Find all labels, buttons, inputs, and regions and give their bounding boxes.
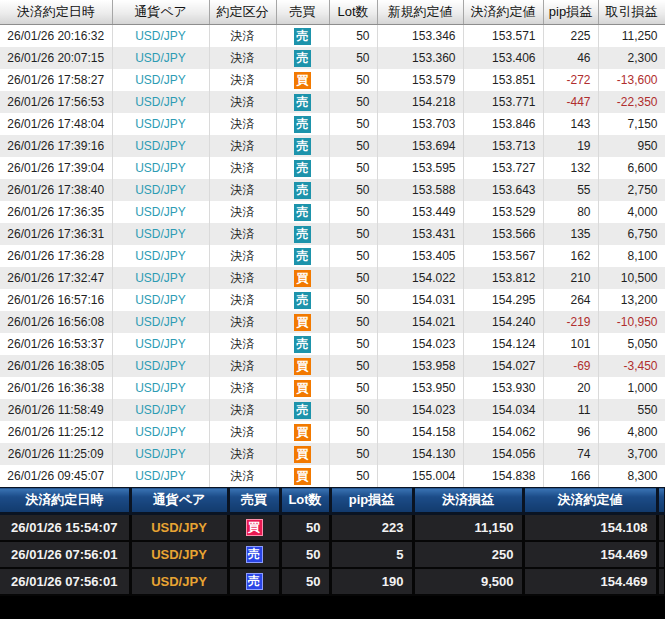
trade-history-row[interactable]: 26/01/26 17:48:04USD/JPY決済売50153.703153.… xyxy=(0,113,665,135)
column-header-close_rate[interactable]: 決済約定値 xyxy=(463,0,543,25)
cell-datetime: 26/01/26 11:25:12 xyxy=(0,421,112,443)
cell-datetime: 26/01/26 11:58:49 xyxy=(0,399,112,421)
cell-type: 決済 xyxy=(209,311,276,333)
cell-lot: 50 xyxy=(280,514,330,542)
trade-history-row[interactable]: 26/01/26 20:07:15USD/JPY決済売50153.360153.… xyxy=(0,47,665,69)
cell-pair: USD/JPY xyxy=(112,377,209,399)
cell-pip_pl: 74 xyxy=(543,443,598,465)
settlement-summary-header-row: 決済約定日時通貨ペア売買Lot数pip損益決済損益決済約定値 xyxy=(0,488,665,514)
column-header-pip_pl[interactable]: pip損益 xyxy=(543,0,598,25)
cell-open_rate: 154.031 xyxy=(377,289,463,311)
cell-trade_pl: 950 xyxy=(598,135,665,157)
trade-history-row[interactable]: 26/01/26 17:58:27USD/JPY決済買50153.579153.… xyxy=(0,69,665,91)
column-header-type[interactable]: 約定区分 xyxy=(209,0,276,25)
cell-datetime: 26/01/26 07:56:01 xyxy=(0,541,130,568)
trade-history-row[interactable]: 26/01/26 17:38:40USD/JPY決済売50153.588153.… xyxy=(0,179,665,201)
trade-history-row[interactable]: 26/01/26 17:39:16USD/JPY決済売50153.694153.… xyxy=(0,135,665,157)
cell-pip_pl: 5 xyxy=(330,541,413,568)
cell-type: 決済 xyxy=(209,465,276,487)
trade-history-row[interactable]: 26/01/26 20:16:32USD/JPY決済売50153.346153.… xyxy=(0,25,665,48)
cell-datetime: 26/01/26 17:39:16 xyxy=(0,135,112,157)
trade-history-row[interactable]: 26/01/26 11:25:12USD/JPY決済買50154.158154.… xyxy=(0,421,665,443)
cell-trade_pl: -13,600 xyxy=(598,69,665,91)
column-header-side[interactable]: 売買 xyxy=(276,0,329,25)
summary-row[interactable]: 26/01/26 07:56:01USD/JPY売505250154.469 xyxy=(0,541,665,568)
summary-row[interactable]: 26/01/26 07:56:01USD/JPY売501909,500154.4… xyxy=(0,568,665,595)
cell-type: 決済 xyxy=(209,113,276,135)
cell-pip_pl: -69 xyxy=(543,355,598,377)
cell-datetime: 26/01/26 17:32:47 xyxy=(0,267,112,289)
cell-open_rate: 153.950 xyxy=(377,377,463,399)
cell-type: 決済 xyxy=(209,223,276,245)
cell-trade_pl: 11,250 xyxy=(598,25,665,48)
cell-close_rate: 153.771 xyxy=(463,91,543,113)
cell-trade_pl: 13,200 xyxy=(598,289,665,311)
cell-type: 決済 xyxy=(209,69,276,91)
cell-pair: USD/JPY xyxy=(112,443,209,465)
cell-type: 決済 xyxy=(209,25,276,48)
cell-pair: USD/JPY xyxy=(112,399,209,421)
trade-history-row[interactable]: 26/01/26 16:53:37USD/JPY決済売50154.023154.… xyxy=(0,333,665,355)
column-header-pair[interactable]: 通貨ペア xyxy=(112,0,209,25)
sell-badge: 売 xyxy=(294,248,311,265)
cell-lot: 50 xyxy=(329,179,377,201)
cell-trade_pl: 6,750 xyxy=(598,223,665,245)
cell-datetime: 26/01/26 17:48:04 xyxy=(0,113,112,135)
cell-side: 売 xyxy=(228,541,280,568)
cell-datetime: 26/01/26 17:38:40 xyxy=(0,179,112,201)
cell-open_rate: 154.218 xyxy=(377,91,463,113)
trade-history-row[interactable]: 26/01/26 11:25:09USD/JPY決済買50154.130154.… xyxy=(0,443,665,465)
trade-history-row[interactable]: 26/01/26 16:56:08USD/JPY決済買50154.021154.… xyxy=(0,311,665,333)
cell-pip_pl: -447 xyxy=(543,91,598,113)
cell-lot: 50 xyxy=(329,47,377,69)
trade-history-row[interactable]: 26/01/26 16:36:38USD/JPY決済買50153.950153.… xyxy=(0,377,665,399)
cell-pair: USD/JPY xyxy=(112,333,209,355)
column-header-datetime[interactable]: 決済約定日時 xyxy=(0,0,112,25)
cell-type: 決済 xyxy=(209,267,276,289)
cell-open_rate: 153.449 xyxy=(377,201,463,223)
trade-history-row[interactable]: 26/01/26 17:36:35USD/JPY決済売50153.449153.… xyxy=(0,201,665,223)
buy-badge: 買 xyxy=(294,380,311,397)
cell-datetime: 26/01/26 07:56:01 xyxy=(0,568,130,595)
sell-badge: 売 xyxy=(294,94,311,111)
summary-row[interactable]: 26/01/26 15:54:07USD/JPY買5022311,150154.… xyxy=(0,514,665,542)
cell-lot: 50 xyxy=(329,201,377,223)
cell-open_rate: 154.023 xyxy=(377,333,463,355)
column-header-open_rate[interactable]: 新規約定値 xyxy=(377,0,463,25)
cell-filler xyxy=(657,568,665,595)
trade-history-row[interactable]: 26/01/26 11:58:49USD/JPY決済売50154.023154.… xyxy=(0,399,665,421)
trade-history-row[interactable]: 26/01/26 09:45:07USD/JPY決済買50155.004154.… xyxy=(0,465,665,487)
trade-history-row[interactable]: 26/01/26 17:36:31USD/JPY決済売50153.431153.… xyxy=(0,223,665,245)
cell-type: 決済 xyxy=(209,377,276,399)
settled-trades-header-row: 決済約定日時通貨ペア約定区分売買Lot数新規約定値決済約定値pip損益取引損益 xyxy=(0,0,665,25)
column-header-lot[interactable]: Lot数 xyxy=(329,0,377,25)
buy-badge: 買 xyxy=(294,72,311,89)
trade-history-row[interactable]: 26/01/26 17:32:47USD/JPY決済買50154.022153.… xyxy=(0,267,665,289)
buy-badge: 買 xyxy=(294,314,311,331)
trade-history-row[interactable]: 26/01/26 17:36:28USD/JPY決済売50153.405153.… xyxy=(0,245,665,267)
cell-close_rate: 153.812 xyxy=(463,267,543,289)
cell-open_rate: 154.021 xyxy=(377,311,463,333)
trade-history-row[interactable]: 26/01/26 17:39:04USD/JPY決済売50153.595153.… xyxy=(0,157,665,179)
cell-pair: USD/JPY xyxy=(112,289,209,311)
trade-history-row[interactable]: 26/01/26 16:57:16USD/JPY決済売50154.031154.… xyxy=(0,289,665,311)
cell-side: 売 xyxy=(276,47,329,69)
sell-badge: 売 xyxy=(246,546,263,563)
cell-side: 売 xyxy=(276,25,329,48)
cell-open_rate: 153.579 xyxy=(377,69,463,91)
sell-badge: 売 xyxy=(294,116,311,133)
cell-pair: USD/JPY xyxy=(130,514,228,542)
cell-open_rate: 153.703 xyxy=(377,113,463,135)
sell-badge: 売 xyxy=(294,402,311,419)
trade-history-row[interactable]: 26/01/26 16:38:05USD/JPY決済買50153.958154.… xyxy=(0,355,665,377)
cell-lot: 50 xyxy=(329,223,377,245)
cell-side: 買 xyxy=(276,443,329,465)
cell-pip_pl: 46 xyxy=(543,47,598,69)
cell-type: 決済 xyxy=(209,289,276,311)
cell-settle_rate: 154.469 xyxy=(523,568,657,595)
cell-type: 決済 xyxy=(209,443,276,465)
cell-close_rate: 154.295 xyxy=(463,289,543,311)
cell-pair: USD/JPY xyxy=(112,465,209,487)
trade-history-row[interactable]: 26/01/26 17:56:53USD/JPY決済売50154.218153.… xyxy=(0,91,665,113)
column-header-trade_pl[interactable]: 取引損益 xyxy=(598,0,665,25)
